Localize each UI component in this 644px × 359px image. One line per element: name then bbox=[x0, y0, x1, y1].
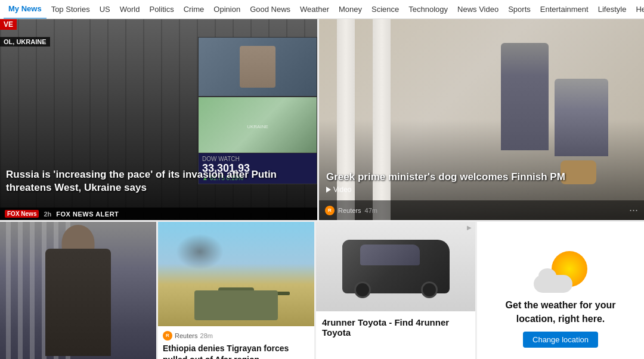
ad-indicator: ▶ bbox=[467, 224, 472, 231]
story-time: 2h bbox=[44, 211, 51, 218]
nav-item-weather[interactable]: Weather bbox=[295, 0, 334, 19]
nav-item-science[interactable]: Science bbox=[367, 0, 404, 19]
story-right-text: Greek prime minister's dog welcomes Finn… bbox=[319, 166, 644, 199]
reuters-logo: R bbox=[325, 206, 335, 215]
reuters-logo-2: R bbox=[163, 331, 172, 341]
nav-item-crime[interactable]: Crime bbox=[179, 0, 209, 19]
nav-item-opinion[interactable]: Opinion bbox=[209, 0, 245, 19]
nav-item-sports[interactable]: Sports bbox=[503, 0, 535, 19]
story-left-text: Russia is 'increasing the pace' of its i… bbox=[0, 163, 317, 199]
top-row: VE OL, UKRAINE UKRAINE DOW WATCH 33,301.… bbox=[0, 19, 644, 222]
nav-bar: My News Top Stories US World Politics Cr… bbox=[0, 0, 644, 19]
story-right[interactable]: Greek prime minister's dog welcomes Finn… bbox=[319, 19, 644, 220]
live-badge: VE bbox=[0, 19, 17, 30]
main-content: VE OL, UKRAINE UKRAINE DOW WATCH 33,301.… bbox=[0, 19, 644, 359]
change-location-button[interactable]: Change location bbox=[523, 332, 598, 348]
ukraine-label: OL, UKRAINE bbox=[0, 37, 50, 47]
source-name: Reuters bbox=[338, 207, 361, 214]
bot-story-2-headline: Ethiopia denies Tigrayan forces pulled o… bbox=[163, 343, 309, 359]
inset-panels: UKRAINE bbox=[198, 37, 317, 156]
person-right-1 bbox=[501, 43, 549, 150]
bot-story-mid[interactable]: R Reuters 28m Ethiopia denies Tigrayan f… bbox=[158, 222, 316, 359]
ad-headline: 4runner Toyota - Find 4runner Toyota bbox=[322, 317, 469, 338]
nav-item-politics[interactable]: Politics bbox=[144, 0, 178, 19]
cloud-shape bbox=[534, 275, 572, 293]
weather-icon bbox=[534, 251, 587, 293]
inset-video-person bbox=[198, 37, 317, 97]
person-right-2 bbox=[555, 79, 608, 156]
car-wheel-right bbox=[421, 281, 438, 298]
fox-alert-bar: FOX News 2h FOX NEWS ALERT bbox=[0, 208, 317, 220]
nav-item-health[interactable]: Health and bbox=[631, 0, 644, 19]
car-wheel-left bbox=[354, 281, 371, 298]
nav-item-entertainment[interactable]: Entertainment bbox=[535, 0, 593, 19]
fox-news-logo: FOX News bbox=[5, 210, 39, 218]
story-right-footer: R Reuters 47m ··· bbox=[319, 200, 644, 220]
nav-item-technology[interactable]: Technology bbox=[404, 0, 453, 19]
weather-block: Get the weather for your location, right… bbox=[477, 222, 644, 359]
play-icon bbox=[326, 187, 331, 193]
tank-shape bbox=[194, 290, 278, 320]
video-badge[interactable]: Video bbox=[326, 185, 351, 194]
car-window bbox=[360, 245, 420, 265]
nav-item-my-news[interactable]: My News bbox=[4, 0, 47, 19]
nav-item-world[interactable]: World bbox=[115, 0, 145, 19]
bot-story-2-source: Reuters bbox=[175, 332, 198, 339]
bot-story-2-meta: R Reuters 28m bbox=[163, 331, 309, 341]
map-labels: UKRAINE bbox=[247, 124, 268, 129]
ad-content: 4runner Toyota - Find 4runner Toyota bbox=[316, 311, 475, 346]
bot-story-left[interactable]: USA TODAY 1h bbox=[0, 222, 158, 359]
bottom-row: USA TODAY 1h R Reuters 28m Ethiopia deni… bbox=[0, 222, 644, 359]
person-silhouette bbox=[45, 249, 111, 356]
nav-item-us[interactable]: US bbox=[95, 0, 115, 19]
story-left-headline: Russia is 'increasing the pace' of its i… bbox=[6, 168, 311, 194]
person-photo-bg bbox=[0, 222, 156, 359]
nav-item-top-stories[interactable]: Top Stories bbox=[47, 0, 95, 19]
story-right-headline: Greek prime minister's dog welcomes Finn… bbox=[326, 171, 637, 183]
bar-3 bbox=[30, 222, 35, 359]
nav-item-lifestyle[interactable]: Lifestyle bbox=[593, 0, 631, 19]
ad-block[interactable]: ▶ 4runner Toyota - Find 4runner Toyota bbox=[316, 222, 477, 359]
nav-item-money[interactable]: Money bbox=[334, 0, 367, 19]
smoke-effect bbox=[176, 234, 224, 270]
nav-item-good-news[interactable]: Good News bbox=[245, 0, 295, 19]
nav-item-news-video[interactable]: News Video bbox=[453, 0, 503, 19]
car-shape bbox=[342, 240, 450, 293]
inset-map: UKRAINE bbox=[198, 97, 317, 156]
bar-1 bbox=[6, 222, 11, 359]
more-options-icon[interactable]: ··· bbox=[629, 204, 638, 216]
dow-label: DOW WATCH bbox=[202, 156, 313, 162]
person-thumbnail bbox=[240, 46, 275, 88]
weather-text: Get the weather for your location, right… bbox=[486, 299, 635, 326]
video-label: Video bbox=[333, 185, 351, 194]
ad-car-area bbox=[316, 222, 475, 311]
tank-photo-bg bbox=[158, 222, 314, 326]
fox-alert-text: FOX NEWS ALERT bbox=[56, 211, 119, 218]
bar-2 bbox=[18, 222, 23, 359]
bot-story-2-content: R Reuters 28m Ethiopia denies Tigrayan f… bbox=[158, 326, 314, 359]
story-left[interactable]: VE OL, UKRAINE UKRAINE DOW WATCH 33,301.… bbox=[0, 19, 319, 220]
source-time: 47m bbox=[365, 207, 377, 214]
bot-story-2-time: 28m bbox=[200, 332, 213, 339]
